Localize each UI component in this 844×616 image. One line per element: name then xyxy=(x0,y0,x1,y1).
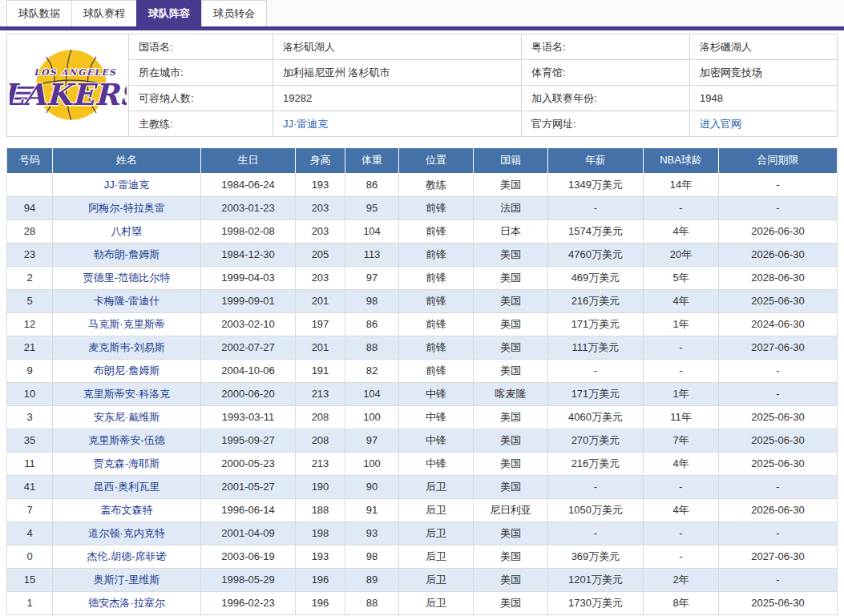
info-label: 可容纳人数: xyxy=(129,86,273,111)
table-cell: 11年 xyxy=(644,405,719,429)
table-row: 0杰伦.胡德-席菲诺2003-06-1919398后卫美国369万美元-2027… xyxy=(7,545,838,568)
table-cell: 15 xyxy=(7,568,53,591)
table-cell: 1993-03-11 xyxy=(201,405,296,429)
player-name-link[interactable]: 盖布文森特 xyxy=(101,504,153,516)
table-row: 21麦克斯韦-刘易斯2002-07-2720188前锋美国111万美元-2027… xyxy=(7,336,838,359)
table-cell: 1995-09-27 xyxy=(201,429,296,452)
table-cell: 中锋 xyxy=(399,452,474,475)
info-value-arena: 加密网竞技场 xyxy=(690,60,838,86)
table-cell: 2025-06-30 xyxy=(719,591,838,614)
player-name-link[interactable]: 阿梅尔-特拉奥雷 xyxy=(88,202,164,214)
table-cell: - xyxy=(644,336,719,359)
player-name-link[interactable]: 安东尼·戴维斯 xyxy=(94,411,160,423)
table-cell: - xyxy=(644,475,719,498)
tab-team-data[interactable]: 球队数据 xyxy=(6,0,71,26)
table-cell: 4 xyxy=(7,521,53,545)
table-cell: 美国 xyxy=(474,312,548,336)
table-cell: 89 xyxy=(345,568,399,591)
table-cell: 1984-06-24 xyxy=(201,173,296,196)
team-logo-cell: LOS ANGELES LAKERS xyxy=(7,34,129,137)
table-row: 4道尔顿·克内克特2001-04-0919893后卫美国--- xyxy=(7,521,838,545)
table-cell: 270万美元 xyxy=(548,429,644,452)
player-name-link[interactable]: 克里斯蒂安·科洛克 xyxy=(83,388,170,400)
player-name-link[interactable]: 布朗尼·詹姆斯 xyxy=(94,364,160,376)
table-cell: 前锋 xyxy=(399,219,474,243)
player-name-link[interactable]: 马克斯·克里斯蒂 xyxy=(88,318,164,330)
tab-player-transfers[interactable]: 球员转会 xyxy=(201,0,267,26)
table-cell: 203 xyxy=(296,266,345,289)
lakers-logo: LOS ANGELES LAKERS xyxy=(10,38,127,131)
info-label: 粤语名: xyxy=(522,34,690,60)
table-cell: 196 xyxy=(296,591,345,614)
accent-underline-bar xyxy=(0,26,844,30)
table-cell: 94 xyxy=(7,196,53,219)
info-value-head-coach: JJ·雷迪克 xyxy=(273,111,522,137)
player-name-link[interactable]: 勒布朗-詹姆斯 xyxy=(94,248,160,260)
table-cell: 98 xyxy=(345,289,399,312)
player-name-link[interactable]: 八村塁 xyxy=(111,225,143,237)
table-row: 15奥斯汀-里维斯1998-05-2919689后卫美国1201万美元2年- xyxy=(7,568,838,591)
player-name-cell: 麦克斯韦-刘易斯 xyxy=(53,336,201,359)
player-name-cell: 贾德里-范德比尔特 xyxy=(53,266,201,289)
table-cell: 20年 xyxy=(644,243,719,266)
player-name-link[interactable]: JJ·雷迪克 xyxy=(104,179,149,191)
table-cell: - xyxy=(644,359,719,382)
table-cell: 中锋 xyxy=(399,429,474,452)
table-row: 9布朗尼·詹姆斯2004-10-0619182前锋美国--- xyxy=(7,359,838,382)
player-name-cell: 勒布朗-詹姆斯 xyxy=(53,243,201,266)
tab-team-roster[interactable]: 球队阵容 xyxy=(136,0,201,26)
table-cell: 198 xyxy=(296,521,345,545)
table-cell: 216万美元 xyxy=(548,452,644,475)
player-name-cell: 杰伦.胡德-席菲诺 xyxy=(53,545,201,568)
tab-team-schedule[interactable]: 球队赛程 xyxy=(71,0,136,26)
table-cell: 208 xyxy=(296,405,345,429)
info-value-capacity: 19282 xyxy=(273,86,522,111)
table-cell: 4年 xyxy=(644,289,719,312)
player-name-link[interactable]: 麦克斯韦-刘易斯 xyxy=(88,341,164,353)
column-header: 年薪 xyxy=(548,148,644,173)
table-cell: 203 xyxy=(296,196,345,219)
player-name-link[interactable]: 卡梅隆-雷迪什 xyxy=(94,295,160,307)
table-cell: 10 xyxy=(7,382,53,405)
table-cell: 前锋 xyxy=(399,266,474,289)
table-row: 11贾克森-海耶斯2000-05-23213100中锋美国216万美元4年202… xyxy=(7,452,838,475)
table-cell: 后卫 xyxy=(399,521,474,545)
table-cell: - xyxy=(548,475,644,498)
table-cell: 2027-06-30 xyxy=(719,545,838,568)
player-name-link[interactable]: 贾克森-海耶斯 xyxy=(94,457,160,469)
table-row: 23勒布朗-詹姆斯1984-12-30205113前锋美国4760万美元20年2… xyxy=(7,243,838,266)
table-row: 12马克斯·克里斯蒂2003-02-1019786前锋美国171万美元1年202… xyxy=(7,312,838,336)
info-value-cn-name: 洛杉矶湖人 xyxy=(273,34,522,60)
column-header: 号码 xyxy=(7,148,53,173)
roster-header-row: 号码姓名生日身高体重位置国籍年薪NBA球龄合同期限 xyxy=(7,148,838,173)
table-cell: 美国 xyxy=(474,545,548,568)
player-name-cell: 盖布文森特 xyxy=(53,498,201,521)
table-cell: 2026-06-30 xyxy=(719,243,838,266)
head-coach-link[interactable]: JJ·雷迪克 xyxy=(283,118,328,130)
official-site-link[interactable]: 进入官网 xyxy=(700,118,741,130)
table-cell: 1998-05-29 xyxy=(201,568,296,591)
table-row: 2贾德里-范德比尔特1999-04-0320397前锋美国469万美元5年202… xyxy=(7,266,838,289)
player-name-link[interactable]: 杰伦.胡德-席菲诺 xyxy=(87,550,167,562)
table-cell: 97 xyxy=(345,429,399,452)
table-cell: 93 xyxy=(345,521,399,545)
player-name-link[interactable]: 德安杰洛·拉塞尔 xyxy=(88,597,164,609)
table-row: 28八村塁1998-02-08203104前锋日本1574万美元4年2026-0… xyxy=(7,219,838,243)
player-name-link[interactable]: 道尔顿·克内克特 xyxy=(88,527,164,539)
table-cell: - xyxy=(644,545,719,568)
player-name-link[interactable]: 昆西·奥利瓦里 xyxy=(94,481,160,493)
column-header: 身高 xyxy=(296,148,345,173)
table-cell: - xyxy=(719,382,838,405)
player-name-link[interactable]: 克里斯蒂安-伍德 xyxy=(88,434,164,446)
table-cell: 23 xyxy=(7,243,53,266)
player-name-link[interactable]: 奥斯汀-里维斯 xyxy=(94,574,160,586)
table-cell: 2025-06-30 xyxy=(719,452,838,475)
table-cell: 后卫 xyxy=(399,591,474,614)
table-cell: 1 xyxy=(7,591,53,614)
info-value-cantonese-name: 洛杉磯湖人 xyxy=(690,34,838,60)
table-cell: 2000-05-23 xyxy=(201,452,296,475)
table-cell: 41 xyxy=(7,475,53,498)
tab-bar: 球队数据 球队赛程 球队阵容 球员转会 xyxy=(0,0,844,26)
player-name-link[interactable]: 贾德里-范德比尔特 xyxy=(83,272,170,284)
column-header: 合同期限 xyxy=(719,148,838,173)
